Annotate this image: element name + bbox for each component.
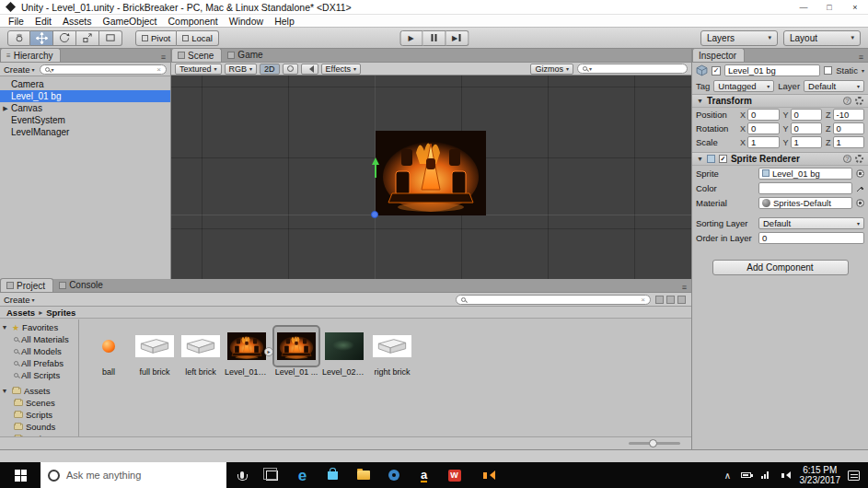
thumbnail-size-slider[interactable] bbox=[629, 442, 680, 445]
tray-expand-button[interactable]: ∧ bbox=[719, 471, 737, 481]
tab-console[interactable]: Console bbox=[53, 278, 110, 292]
network-button[interactable] bbox=[756, 471, 774, 479]
scene-search-input[interactable]: ▾ bbox=[577, 64, 688, 74]
move-tool-button[interactable] bbox=[30, 30, 53, 46]
asset-level02-bg[interactable]: Level_02 bg bbox=[322, 327, 366, 377]
2d-toggle-button[interactable]: 2D bbox=[260, 64, 280, 75]
scale-y-field[interactable]: 1 bbox=[791, 136, 822, 148]
breadcrumb-assets[interactable]: Assets bbox=[6, 308, 35, 318]
scale-tool-button[interactable] bbox=[76, 30, 99, 46]
gizmos-dropdown[interactable]: Gizmos ▾ bbox=[530, 64, 573, 75]
maximize-button[interactable]: □ bbox=[816, 0, 842, 14]
hierarchy-item-canvas[interactable]: ▶Canvas bbox=[0, 102, 170, 114]
taskbar-clock[interactable]: 6:15 PM 3/23/2017 bbox=[793, 465, 849, 485]
tab-game[interactable]: Game bbox=[222, 48, 270, 62]
asset-right-brick[interactable]: right brick bbox=[370, 327, 414, 377]
tab-hierarchy[interactable]: ≡ Hierarchy bbox=[0, 48, 61, 62]
search-clear-icon[interactable]: × bbox=[641, 296, 645, 304]
volume-app-button[interactable] bbox=[469, 462, 500, 488]
add-component-button[interactable]: Add Component bbox=[712, 260, 849, 275]
word-button[interactable]: W bbox=[439, 462, 469, 488]
favorites-all-scripts[interactable]: All Scripts bbox=[0, 369, 78, 381]
rect-tool-button[interactable] bbox=[99, 30, 122, 46]
menu-help[interactable]: Help bbox=[269, 16, 300, 27]
folder-sounds[interactable]: Sounds bbox=[0, 421, 78, 433]
help-icon[interactable]: ? bbox=[843, 155, 851, 163]
eyedropper-icon[interactable] bbox=[856, 184, 864, 192]
panel-menu-icon[interactable]: ≡ bbox=[677, 283, 691, 292]
close-button[interactable]: × bbox=[842, 0, 868, 14]
hierarchy-item-eventsystem[interactable]: EventSystem bbox=[0, 114, 170, 126]
position-z-field[interactable]: -10 bbox=[833, 109, 864, 121]
scale-z-field[interactable]: 1 bbox=[833, 136, 864, 148]
static-dropdown-icon[interactable]: ▾ bbox=[862, 67, 864, 74]
breadcrumb-sprites[interactable]: Sprites bbox=[46, 308, 75, 318]
hierarchy-create-button[interactable]: Create ▾ bbox=[4, 64, 35, 75]
asset-full-brick[interactable]: full brick bbox=[133, 327, 177, 377]
move-gizmo-center-handle[interactable] bbox=[371, 211, 378, 218]
project-search-input[interactable]: × bbox=[456, 295, 651, 305]
order-in-layer-field[interactable]: 0 bbox=[758, 232, 864, 244]
help-icon[interactable]: ? bbox=[843, 97, 851, 105]
component-enabled-checkbox[interactable]: ✓ bbox=[719, 155, 727, 163]
file-explorer-button[interactable] bbox=[348, 462, 378, 488]
tag-dropdown[interactable]: Untagged ▾ bbox=[713, 80, 774, 92]
panel-menu-icon[interactable]: ≡ bbox=[854, 52, 868, 62]
sprite-renderer-component-header[interactable]: ▼ ✓ Sprite Renderer ? bbox=[692, 152, 868, 166]
scene-audio-toggle[interactable] bbox=[301, 64, 318, 75]
foldout-icon[interactable]: ▶ bbox=[0, 105, 11, 112]
hierarchy-item-levelmanager[interactable]: LevelManager bbox=[0, 126, 170, 138]
move-gizmo-y-arrow[interactable] bbox=[371, 154, 379, 176]
favorites-all-models[interactable]: All Models bbox=[0, 345, 78, 357]
effects-dropdown[interactable]: Effects ▾ bbox=[321, 64, 361, 75]
favorites-all-materials[interactable]: All Materials bbox=[0, 333, 78, 345]
sorting-layer-dropdown[interactable]: Default ▾ bbox=[758, 217, 864, 229]
search-by-label-icon[interactable] bbox=[666, 296, 675, 304]
play-button[interactable]: ▶ bbox=[399, 30, 422, 46]
tab-inspector[interactable]: Inspector bbox=[692, 48, 745, 62]
tab-scene[interactable]: Scene bbox=[171, 48, 222, 62]
task-view-button[interactable] bbox=[257, 462, 287, 488]
hierarchy-search-input[interactable]: ▾ × bbox=[40, 64, 167, 75]
position-x-field[interactable]: 0 bbox=[747, 109, 779, 121]
slider-knob[interactable] bbox=[649, 439, 657, 447]
hierarchy-item-camera[interactable]: Camera bbox=[0, 78, 170, 90]
material-object-field[interactable]: Sprites-Default bbox=[758, 197, 852, 209]
position-y-field[interactable]: 0 bbox=[791, 109, 822, 121]
hierarchy-item-level01bg[interactable]: Level_01 bg bbox=[0, 90, 170, 102]
menu-assets[interactable]: Assets bbox=[57, 16, 98, 27]
static-checkbox[interactable] bbox=[824, 66, 832, 75]
battery-button[interactable] bbox=[737, 472, 756, 478]
asset-level01-sprite-selected[interactable]: Level_01 ... bbox=[274, 327, 318, 377]
store-button[interactable] bbox=[318, 462, 348, 488]
edge-button[interactable]: e bbox=[287, 462, 318, 488]
layout-dropdown[interactable]: Layout ▾ bbox=[783, 30, 861, 46]
taskbar-search-input[interactable]: Ask me anything bbox=[41, 462, 226, 488]
rotation-y-field[interactable]: 0 bbox=[791, 122, 822, 134]
local-toggle-button[interactable]: Local bbox=[177, 30, 219, 46]
scene-viewport[interactable] bbox=[171, 76, 691, 279]
level01-bg-sprite[interactable] bbox=[376, 131, 486, 215]
menu-edit[interactable]: Edit bbox=[29, 16, 57, 27]
rotation-x-field[interactable]: 0 bbox=[747, 122, 779, 134]
transform-component-header[interactable]: ▼ Transform ? bbox=[692, 94, 868, 108]
rotation-z-field[interactable]: 0 bbox=[833, 122, 864, 134]
search-by-type-icon[interactable] bbox=[655, 296, 664, 304]
expand-subassets-icon[interactable]: ▸ bbox=[264, 347, 273, 356]
folder-scenes[interactable]: Scenes bbox=[0, 397, 78, 409]
hand-tool-button[interactable] bbox=[7, 30, 30, 46]
amazon-button[interactable]: a bbox=[409, 462, 439, 488]
object-picker-icon[interactable] bbox=[856, 199, 864, 207]
gear-icon[interactable] bbox=[855, 155, 863, 163]
sprite-object-field[interactable]: Level_01 bg bbox=[758, 168, 852, 180]
asset-ball[interactable]: ball bbox=[87, 327, 131, 377]
menu-file[interactable]: File bbox=[3, 16, 29, 27]
minimize-button[interactable]: — bbox=[791, 0, 816, 14]
search-clear-icon[interactable]: × bbox=[156, 65, 161, 74]
assets-section[interactable]: ▼ Assets bbox=[0, 385, 78, 397]
start-button[interactable] bbox=[0, 462, 41, 488]
pivot-toggle-button[interactable]: Pivot bbox=[135, 30, 177, 46]
action-center-icon[interactable] bbox=[848, 471, 860, 481]
foldout-icon[interactable]: ▼ bbox=[0, 388, 9, 394]
menu-component[interactable]: Component bbox=[162, 16, 223, 27]
